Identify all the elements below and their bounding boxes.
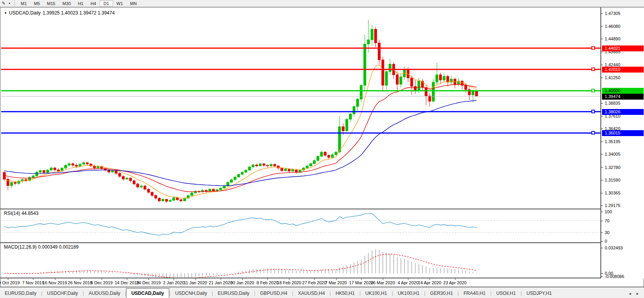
axis-tick <box>601 116 603 116</box>
rsi-indicator-label: RSI(14) 44.8543 <box>4 211 38 216</box>
date-label: 17 Mar 2020 <box>349 280 373 285</box>
draw-tool-dropdown-icon[interactable]: ▾ <box>7 2 12 5</box>
toolbar-grip <box>13 1 16 6</box>
tab-scroll-left-icon[interactable]: ◄ <box>628 292 633 296</box>
axis-tick <box>601 167 603 168</box>
axis-tick <box>601 142 603 142</box>
date-label: 11 Jan 2020 <box>184 280 207 285</box>
tab-eurusd-daily[interactable]: EURUSD,Daily <box>0 289 41 298</box>
draw-tool-icon[interactable]: ✎ <box>0 0 7 7</box>
date-tick <box>148 278 149 280</box>
date-label: 26 Nov 2019 <box>68 280 92 285</box>
axis-tick <box>601 241 603 242</box>
timeframe-button-h1[interactable]: H1 <box>74 1 87 6</box>
tab-uk100-h1[interactable]: UK100,H1 <box>393 289 424 298</box>
date-tick <box>267 278 268 280</box>
axis-tick <box>601 52 603 52</box>
timeframe-button-m1[interactable]: M1 <box>17 1 30 6</box>
tab-ger30-h1[interactable]: GER30,H1 <box>425 289 457 298</box>
rsi-level-label: 0 <box>605 239 607 243</box>
tab-usdjpy-h1[interactable]: USDJPY,H1 <box>522 289 556 298</box>
chart-window: ▼ USDCAD,Daily 1.39925 1.40023 1.39472 1… <box>0 7 644 287</box>
price-tick-label: 1.41250 <box>605 75 620 80</box>
price-tick-label: 1.34005 <box>605 152 620 156</box>
date-tick <box>430 278 430 280</box>
date-label: 23 Apr 2020 <box>443 280 467 285</box>
date-label: 30 Jan 2020 <box>231 280 254 285</box>
date-label: 16 Nov 2019 <box>42 280 67 285</box>
date-axis: 29 Oct 20197 Nov 201916 Nov 201926 Nov 2… <box>1 278 644 287</box>
date-label: 2 Jan 2020 <box>163 280 184 285</box>
level-price-tag: 1.38026 <box>602 109 644 115</box>
date-tick <box>289 278 289 280</box>
date-tick <box>455 278 456 280</box>
date-tick <box>174 278 174 280</box>
date-tick <box>8 278 8 280</box>
date-label: 7 Mar 2020 <box>325 280 347 285</box>
level-price-tag: 1.44021 <box>602 45 644 51</box>
axis-tick <box>601 193 603 193</box>
timeframe-button-mn[interactable]: MN <box>126 1 140 6</box>
macd-pane[interactable]: MACD(12,26,9) 0.000349 0.002189 <box>1 243 600 278</box>
tab-list: EURUSD,Daily|USDCHF,Daily|AUDUSD,Daily|U… <box>0 287 556 298</box>
tab-eurusd-daily[interactable]: EURUSD,Daily <box>213 289 254 298</box>
axis-tick <box>601 26 603 27</box>
candlestick-chart <box>1 8 600 209</box>
price-pane[interactable]: ▼ USDCAD,Daily 1.39925 1.40023 1.39472 1… <box>1 8 600 209</box>
current-price-tag: 1.39474 <box>602 94 644 100</box>
date-tick <box>314 278 315 280</box>
rsi-level-label: 30 <box>605 230 609 235</box>
date-label: 14 Dec 2019 <box>115 280 139 285</box>
timeframe-button-m5[interactable]: M5 <box>30 1 43 6</box>
level-price-tag: 1.40000 <box>602 88 644 94</box>
tab-usdcnh-daily[interactable]: USDCNH,Daily <box>170 289 212 298</box>
rsi-chart <box>1 209 600 242</box>
timeframe-button-w1[interactable]: W1 <box>113 1 127 6</box>
price-tick-label: 1.44890 <box>605 36 620 41</box>
date-tick <box>127 278 127 280</box>
axis-tick <box>601 221 603 221</box>
date-label: 27 Feb 2020 <box>302 280 327 285</box>
tab-audusd-daily[interactable]: AUDUSD,Daily <box>84 289 125 298</box>
tab-xauusd-h4[interactable]: XAUUSD,H4 <box>293 289 330 298</box>
tab-usdcad-daily[interactable]: USDCAD,Daily <box>126 288 169 298</box>
tab-hk50-h1[interactable]: HK50,H1 <box>331 289 360 298</box>
tab-usoil-h1[interactable]: USOil,H1 <box>492 289 521 298</box>
tab-scroll-right-icon[interactable]: ► <box>636 292 641 296</box>
date-label: 14 Apr 2020 <box>418 280 441 285</box>
timeframe-button-d1[interactable]: D1 <box>100 0 113 7</box>
timeframe-button-m15[interactable]: M15 <box>44 1 59 6</box>
timeframe-button-m30[interactable]: M30 <box>59 1 74 6</box>
axis-tick <box>601 39 603 39</box>
rsi-pane[interactable]: RSI(14) 44.8543 <box>1 209 600 242</box>
collapse-indicator-icon[interactable]: ▼ <box>4 11 7 15</box>
price-tick-label: 1.35195 <box>605 139 620 144</box>
date-label: 26 Mar 2020 <box>371 280 395 285</box>
rsi-level-label: 70 <box>605 218 609 223</box>
axis-tick <box>601 78 603 78</box>
tab-uk100-h1[interactable]: UK100,H1 <box>360 289 392 298</box>
date-tick <box>221 278 221 280</box>
price-tick-label: 1.30365 <box>605 191 620 195</box>
tab-usdchf-daily[interactable]: USDCHF,Daily <box>42 289 83 298</box>
date-label: 18 Feb 2020 <box>277 280 301 285</box>
date-tick <box>361 278 362 280</box>
date-label: 24 Dec 2019 <box>136 280 161 285</box>
axis-tick <box>601 65 603 65</box>
axis-tick <box>601 180 603 180</box>
price-tick-label: 1.32780 <box>605 165 620 170</box>
date-tick <box>408 278 408 280</box>
timeframe-button-h4[interactable]: H4 <box>87 1 99 6</box>
macd-indicator-label: MACD(12,26,9) 0.000349 0.002189 <box>4 244 79 250</box>
date-tick <box>55 278 55 280</box>
level-price-tag: 1.36015 <box>602 130 644 136</box>
axis-tick <box>601 248 603 248</box>
axis-tick <box>601 212 603 212</box>
chart-header: ▼ USDCAD,Daily 1.39925 1.40023 1.39472 1… <box>4 10 115 16</box>
date-tick <box>80 278 80 280</box>
axis-tick <box>601 154 603 154</box>
axis-tick <box>601 276 603 277</box>
tab-gbpusd-h4[interactable]: GBPUSD,H4 <box>255 289 292 298</box>
tab-fra40-h1[interactable]: FRA40,H1 <box>459 289 490 298</box>
date-label: 8 Feb 2020 <box>256 280 278 285</box>
